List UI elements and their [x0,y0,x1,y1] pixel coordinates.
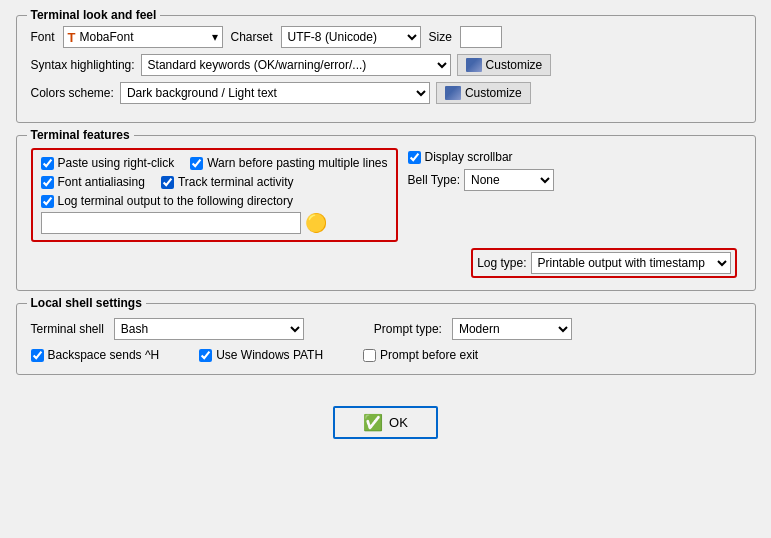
windows-path-checkbox[interactable] [199,349,212,362]
windows-path-label: Use Windows PATH [216,348,323,362]
log-type-label: Log type: [477,256,526,270]
syntax-select[interactable]: Standard keywords (OK/warning/error/...) [141,54,451,76]
ok-button[interactable]: ✅ OK [333,406,438,439]
font-label: Font [31,30,55,44]
paste-right-click-label: Paste using right-click [58,156,175,170]
font-t-icon: T [68,30,76,45]
size-input[interactable]: 10 [460,26,502,48]
track-activity-label: Track terminal activity [178,175,294,189]
bell-type-label: Bell Type: [408,173,460,187]
syntax-customize-button[interactable]: Customize [457,54,552,76]
backspace-row: Backspace sends ^H [31,348,160,362]
font-antialiasing-label: Font antialiasing [58,175,145,189]
colors-customize-label: Customize [465,86,522,100]
terminal-shell-label: Terminal shell [31,322,104,336]
font-dropdown-arrow: ▾ [212,30,218,44]
prompt-exit-label: Prompt before exit [380,348,478,362]
colors-customize-button[interactable]: Customize [436,82,531,104]
ok-check-icon: ✅ [363,413,383,432]
display-scrollbar-checkbox[interactable] [408,151,421,164]
prompt-type-select[interactable]: Modern [452,318,572,340]
backspace-label: Backspace sends ^H [48,348,160,362]
log-type-select[interactable]: Printable output with timestamp [531,252,731,274]
syntax-label: Syntax highlighting: [31,58,135,72]
paste-right-click-row: Paste using right-click [41,156,175,170]
log-output-label: Log terminal output to the following dir… [58,194,293,208]
log-path-input[interactable]: _DesktopDir_\资料\session_logs [41,212,301,234]
warn-paste-label: Warn before pasting multiple lines [207,156,387,170]
bell-type-select[interactable]: None [464,169,554,191]
font-row: Font T MobaFont ▾ Charset UTF-8 (Unicode… [31,26,741,48]
track-activity-row: Track terminal activity [161,175,294,189]
customize-icon [466,58,482,72]
prompt-type-label: Prompt type: [374,322,442,336]
warn-paste-row: Warn before pasting multiple lines [190,156,387,170]
bell-type-row: Bell Type: None [408,169,554,191]
terminal-look-section: Terminal look and feel Font T MobaFont ▾… [16,15,756,123]
prompt-exit-checkbox[interactable] [363,349,376,362]
display-scrollbar-label: Display scrollbar [425,150,513,164]
log-type-highlighted: Log type: Printable output with timestam… [471,248,736,278]
local-shell-title: Local shell settings [27,296,146,310]
charset-select[interactable]: UTF-8 (Unicode) [281,26,421,48]
colors-row: Colors scheme: Dark background / Light t… [31,82,741,104]
display-scrollbar-row: Display scrollbar [408,150,554,164]
prompt-exit-row: Prompt before exit [363,348,478,362]
charset-label: Charset [231,30,273,44]
warn-paste-checkbox[interactable] [190,157,203,170]
syntax-customize-label: Customize [486,58,543,72]
terminal-features-title: Terminal features [27,128,134,142]
font-select-display[interactable]: T MobaFont ▾ [63,26,223,48]
bottom-row: ✅ OK [333,398,438,439]
font-antialiasing-row: Font antialiasing [41,175,145,189]
terminal-look-title: Terminal look and feel [27,8,161,22]
local-shell-section: Local shell settings Terminal shell Bash… [16,303,756,375]
colors-select[interactable]: Dark background / Light text [120,82,430,104]
colors-label: Colors scheme: [31,86,114,100]
track-activity-checkbox[interactable] [161,176,174,189]
terminal-features-section: Terminal features Paste using right-clic… [16,135,756,291]
colors-customize-icon [445,86,461,100]
log-output-checkbox[interactable] [41,195,54,208]
windows-path-row: Use Windows PATH [199,348,323,362]
font-value: MobaFont [79,30,133,44]
syntax-row: Syntax highlighting: Standard keywords (… [31,54,741,76]
ok-label: OK [389,415,408,430]
backspace-checkbox[interactable] [31,349,44,362]
folder-browse-button[interactable]: 🟡 [305,214,327,232]
paste-right-click-checkbox[interactable] [41,157,54,170]
terminal-shell-select[interactable]: Bash [114,318,304,340]
features-highlighted-box: Paste using right-click Warn before past… [31,148,398,242]
font-antialiasing-checkbox[interactable] [41,176,54,189]
main-panel: Terminal look and feel Font T MobaFont ▾… [11,10,761,392]
log-output-row: Log terminal output to the following dir… [41,194,388,208]
size-label: Size [429,30,452,44]
